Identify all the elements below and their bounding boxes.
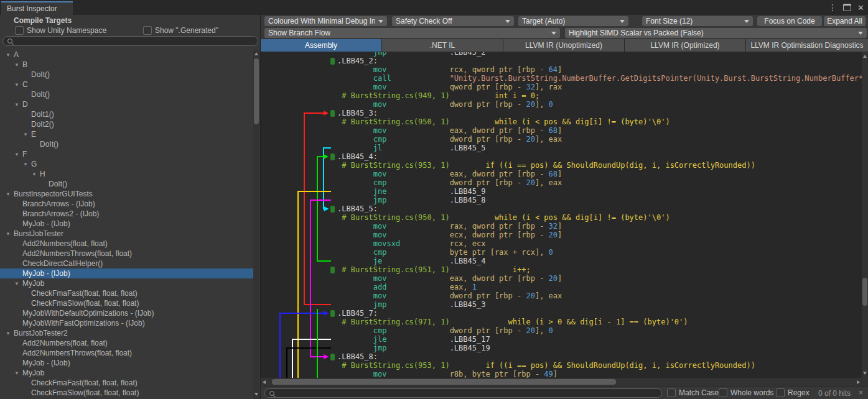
tab-llvm-ir-optimisation-diagnostics[interactable]: LLVM IR Optimisation Diagnostics xyxy=(746,39,868,52)
tree-item[interactable]: BranchArrows2 - (IJob) xyxy=(0,209,253,219)
tree-item[interactable]: CheckFmaFast(float, float, float) xyxy=(0,288,253,298)
tab-llvm-ir-optimized[interactable]: LLVM IR (Optimized) xyxy=(625,39,745,52)
checkbox-icon[interactable] xyxy=(15,26,24,35)
code-vertical-scrollbar[interactable] xyxy=(862,52,868,378)
scroll-left-icon[interactable] xyxy=(263,380,266,384)
scroll-right-icon[interactable] xyxy=(857,380,860,384)
tab-assembly[interactable]: Assembly xyxy=(261,39,381,52)
tree-item[interactable]: DoIt() xyxy=(0,179,253,189)
tree-item[interactable]: CheckDirectCallHelper() xyxy=(0,259,253,268)
tree-scrollbar[interactable] xyxy=(253,50,259,399)
tree-item[interactable]: Add2NumbersThrows(float, float) xyxy=(0,348,253,358)
match-case-checkbox[interactable]: Match Case xyxy=(667,388,719,397)
tree-item[interactable]: MyJobWithFastOptimizations - (IJob) xyxy=(0,318,253,328)
tree-item[interactable]: ▼F xyxy=(0,149,253,159)
tree-item[interactable]: ▼MyJob xyxy=(0,278,253,288)
safety-checks-dropdown[interactable]: Safety Check Off xyxy=(392,16,514,26)
regex-checkbox[interactable]: Regex xyxy=(776,388,810,397)
maximize-icon[interactable] xyxy=(843,4,851,11)
font-size-dropdown[interactable]: Font Size (12) xyxy=(642,16,753,26)
tree-item[interactable]: ▼E xyxy=(0,129,253,139)
scrollbar-thumb[interactable] xyxy=(862,278,867,306)
foldout-arrow-icon[interactable]: ▼ xyxy=(14,102,22,108)
focus-on-code-button[interactable]: Focus on Code xyxy=(757,16,822,26)
tree-item-label: BranchArrows - (IJob) xyxy=(22,200,95,208)
find-close-icon[interactable]: × xyxy=(859,388,863,397)
tree-item[interactable]: Add2NumbersThrows(float, float) xyxy=(0,249,253,259)
foldout-arrow-icon[interactable]: ▼ xyxy=(14,62,22,68)
target-dropdown[interactable]: Target (Auto) xyxy=(518,16,628,26)
tree-item[interactable]: ▼BurstInspectorGUITests xyxy=(0,189,253,199)
tree-item-label: Add2NumbersThrows(float, float) xyxy=(22,349,132,357)
branch-flow-dropdown[interactable]: Show Branch Flow xyxy=(264,28,560,38)
scrollbar-thumb[interactable] xyxy=(272,379,616,385)
tab-llvm-ir-unoptimized[interactable]: LLVM IR (Unoptimized) xyxy=(503,39,624,52)
tree-item[interactable]: ▼A xyxy=(0,50,253,60)
scroll-up-icon[interactable] xyxy=(863,55,867,58)
scrollbar-thumb[interactable] xyxy=(254,58,259,124)
compile-targets-search-input[interactable] xyxy=(2,36,258,46)
tree-item[interactable]: MyJob - (IJob) xyxy=(0,219,253,229)
close-icon[interactable]: ✕ xyxy=(857,4,864,12)
tree-item[interactable]: MyJobWithDefaultOptimizations - (IJob) xyxy=(0,308,253,318)
tree-item[interactable]: Add2Numbers(float, float) xyxy=(0,239,253,249)
whole-words-checkbox[interactable]: Whole words xyxy=(719,388,773,397)
foldout-arrow-icon[interactable]: ▼ xyxy=(14,82,22,88)
foldout-arrow-icon[interactable]: ▼ xyxy=(6,231,14,237)
tree-item[interactable]: ▼B xyxy=(0,60,253,70)
code-horizontal-scrollbar[interactable] xyxy=(261,378,862,386)
tree-item[interactable]: ▼H xyxy=(0,169,253,179)
tree-item[interactable]: DoIt() xyxy=(0,89,253,99)
tree-item[interactable]: DoIt() xyxy=(0,139,253,149)
foldout-arrow-icon[interactable]: ▼ xyxy=(6,52,14,58)
tree-item[interactable]: ▼D xyxy=(0,99,253,109)
foldout-arrow-icon[interactable]: ▼ xyxy=(14,152,22,157)
assembly-code-view[interactable]: jmp .LBB45_2.LBB45_2: mov rcx, qword ptr… xyxy=(261,52,862,378)
tree-item-label: MyJob xyxy=(22,369,44,377)
tree-item[interactable]: DoIt1() xyxy=(0,109,253,119)
scroll-down-icon[interactable] xyxy=(863,372,867,375)
checkbox-icon[interactable] xyxy=(776,388,785,397)
scroll-down-icon[interactable] xyxy=(254,393,258,396)
expand-all-button[interactable]: Expand All xyxy=(824,16,866,26)
tree-item[interactable]: MyJob - (IJob) xyxy=(0,268,253,278)
tree-item[interactable]: ▼C xyxy=(0,80,253,89)
tree-item[interactable]: ▼BurstJobTester2 xyxy=(0,328,253,338)
window-tab-burst-inspector[interactable]: Burst Inspector xyxy=(1,1,73,15)
chevron-down-icon xyxy=(858,32,863,35)
foldout-arrow-icon[interactable]: ▼ xyxy=(6,191,14,197)
tree-item-label: CheckFmaSlow(float, float, float) xyxy=(31,388,139,397)
show-generated-checkbox[interactable]: Show ".Generated" xyxy=(143,26,218,35)
simd-highlight-dropdown[interactable]: Highlight SIMD Scalar vs Packed (False) xyxy=(565,28,867,38)
tree-item[interactable]: DoIt2() xyxy=(0,119,253,129)
tree-item[interactable]: MyJob - (IJob) xyxy=(0,358,253,368)
tree-item[interactable]: DoIt() xyxy=(0,70,253,80)
tree-item[interactable]: CheckFmaSlow(float, float, float) xyxy=(0,388,253,398)
tree-item[interactable]: CheckFmaFast(float, float, float) xyxy=(0,378,253,388)
foldout-arrow-icon[interactable]: ▼ xyxy=(23,132,31,137)
chevron-down-icon xyxy=(505,20,510,23)
tree-item-label: A xyxy=(14,50,19,59)
dropdown-label: Font Size (12) xyxy=(646,17,693,25)
tree-item[interactable]: ▼G xyxy=(0,159,253,169)
checkbox-icon[interactable] xyxy=(719,388,727,397)
scroll-up-icon[interactable] xyxy=(254,52,258,55)
tree-item[interactable]: ▼MyJob xyxy=(0,368,253,378)
tab-dotnet-il[interactable]: .NET IL xyxy=(382,39,503,52)
tree-item[interactable]: CheckFmaSlow(float, float, float) xyxy=(0,298,253,308)
foldout-arrow-icon[interactable]: ▼ xyxy=(23,162,31,167)
foldout-arrow-icon[interactable]: ▼ xyxy=(32,172,40,177)
show-unity-namespace-checkbox[interactable]: Show Unity Namespace xyxy=(15,26,106,35)
find-input[interactable] xyxy=(264,388,662,398)
tree-item-label: BranchArrows2 - (IJob) xyxy=(22,209,99,218)
tree-item[interactable]: Add2Numbers(float, float) xyxy=(0,338,253,348)
menu-icon[interactable]: ⋮ xyxy=(828,3,837,12)
foldout-arrow-icon[interactable]: ▼ xyxy=(14,370,22,376)
checkbox-icon[interactable] xyxy=(667,388,676,397)
tree-item[interactable]: BranchArrows - (IJob) xyxy=(0,199,253,209)
foldout-arrow-icon[interactable]: ▼ xyxy=(6,331,14,336)
checkbox-icon[interactable] xyxy=(143,26,152,35)
tree-item[interactable]: ▼BurstJobTester xyxy=(0,229,253,239)
foldout-arrow-icon[interactable]: ▼ xyxy=(14,281,22,287)
disassembly-mode-dropdown[interactable]: Coloured With Minimal Debug Info xyxy=(264,16,387,26)
